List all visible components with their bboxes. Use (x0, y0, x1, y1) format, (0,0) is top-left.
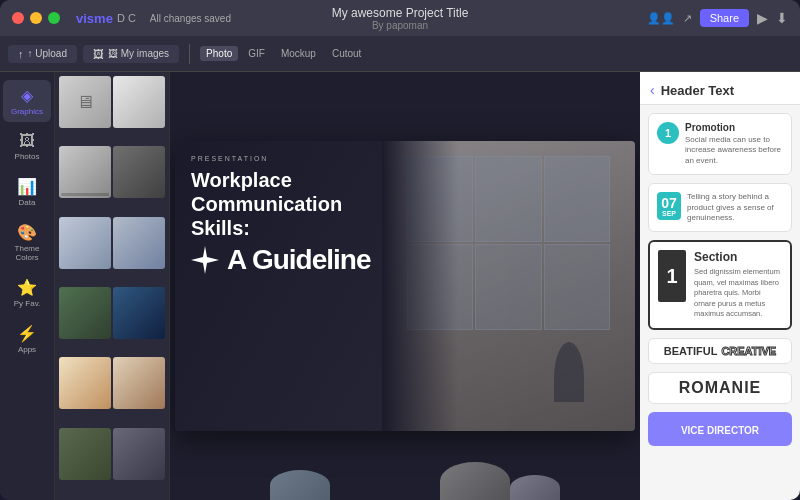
sidebar-label-apps: Apps (18, 345, 36, 354)
tab-mockup[interactable]: Mockup (275, 46, 322, 61)
share-button[interactable]: Share (700, 9, 749, 27)
slide-tagline: A Guideline (191, 244, 382, 276)
right-panel-title: Header Text (661, 83, 734, 98)
deco-3d-right (440, 462, 510, 500)
slide-eyebrow: PRESENTATION (191, 155, 382, 162)
visme-logo-text: visme (76, 11, 113, 26)
typo-line-1: BEATIFUL CREATIVE (659, 345, 781, 357)
slide-tagline-text: A Guideline (227, 244, 371, 276)
promotion-body: Social media can use to increase awarene… (685, 135, 783, 166)
tab-photo[interactable]: Photo (200, 46, 238, 61)
deco-3d-far-right (510, 475, 560, 500)
media-thumb-7[interactable] (59, 287, 111, 339)
maximize-button[interactable] (48, 12, 60, 24)
deco-3d-left (270, 470, 330, 500)
sidebar-label-theme: Theme Colors (7, 244, 47, 262)
svg-marker-0 (191, 246, 219, 274)
promotion-card[interactable]: 1 Promotion Social media can use to incr… (648, 113, 792, 175)
typo-word-creative: CREATIVE (721, 345, 776, 357)
media-thumb-4[interactable] (113, 146, 165, 198)
canvas-area[interactable]: PRESENTATION WorkplaceCommunicationSkill… (170, 72, 640, 500)
back-button[interactable]: ‹ (650, 82, 655, 98)
main-layout: ◈ Graphics 🖼 Photos 📊 Data 🎨 Theme Color… (0, 72, 800, 500)
promotion-card-row: 1 Promotion Social media can use to incr… (657, 122, 783, 166)
media-thumb-10[interactable] (113, 357, 165, 409)
promotion-number: 1 (657, 122, 679, 144)
share-icon: ↗ (683, 12, 692, 25)
section-body: Sed dignissim elementum quam, vel maxima… (694, 267, 782, 320)
app-window: visme D C All changes saved My awesome P… (0, 0, 800, 500)
media-grid: 🖥 (55, 72, 169, 500)
thumb-bar-3 (61, 193, 109, 196)
right-panel: ‹ Header Text 1 Promotion Social media c… (640, 72, 800, 500)
promotion-text: Promotion Social media can use to increa… (685, 122, 783, 166)
toolbar: ↑ ↑ Upload 🖼 🖼 My images Photo GIF Mocku… (0, 36, 800, 72)
more-card[interactable]: VICE DIRECTOR (648, 412, 792, 446)
media-thumb-1[interactable]: 🖥 (59, 76, 111, 128)
media-thumb-8[interactable] (113, 287, 165, 339)
titlebar: visme D C All changes saved My awesome P… (0, 0, 800, 36)
save-status: All changes saved (150, 13, 231, 24)
close-button[interactable] (12, 12, 24, 24)
right-panel-header: ‹ Header Text (640, 72, 800, 105)
slide-content: PRESENTATION WorkplaceCommunicationSkill… (191, 155, 382, 276)
media-thumb-6[interactable] (113, 217, 165, 269)
play-button[interactable]: ▶ (757, 10, 768, 26)
media-thumb-12[interactable] (113, 428, 165, 480)
slide-image-overlay (382, 141, 635, 431)
sidebar-label-graphics: Graphics (11, 107, 43, 116)
star-decoration (191, 246, 219, 274)
media-tabs: Photo GIF Mockup Cutout (200, 46, 367, 61)
typo-large-text: ROMANIE (659, 379, 781, 397)
favorites-icon: ⭐ (17, 278, 37, 297)
titlebar-right: 👤👤 ↗ Share ▶ ⬇ (647, 9, 788, 27)
sidebar-item-apps[interactable]: ⚡ Apps (3, 318, 51, 360)
theme-icon: 🎨 (17, 223, 37, 242)
photos-icon: 🖼 (19, 132, 35, 150)
sidebar-item-graphics[interactable]: ◈ Graphics (3, 80, 51, 122)
media-panel: 🖥 (55, 72, 170, 500)
media-thumb-5[interactable] (59, 217, 111, 269)
graphics-icon: ◈ (21, 86, 33, 105)
images-icon: 🖼 (93, 48, 104, 60)
date-body: Telling a story behind a product gives a… (687, 192, 783, 223)
burst-star-icon (191, 246, 219, 274)
slide: PRESENTATION WorkplaceCommunicationSkill… (175, 141, 635, 431)
section-card[interactable]: 1 Section Sed dignissim elementum quam, … (648, 240, 792, 330)
date-card[interactable]: 07 SEP Telling a story behind a product … (648, 183, 792, 232)
project-title: My awesome Project Title (332, 6, 469, 20)
typography-card-1[interactable]: BEATIFUL CREATIVE (648, 338, 792, 364)
sidebar-label-favorites: Py Fav. (14, 299, 41, 308)
upload-icon: ↑ (18, 48, 24, 60)
section-number: 1 (658, 250, 686, 302)
minimize-button[interactable] (30, 12, 42, 24)
toolbar-divider (189, 44, 190, 64)
traffic-lights (12, 12, 60, 24)
media-thumb-11[interactable] (59, 428, 111, 480)
date-number: 07 SEP (657, 192, 681, 220)
sidebar-item-data[interactable]: 📊 Data (3, 171, 51, 213)
date-card-row: 07 SEP Telling a story behind a product … (657, 192, 783, 223)
tab-gif[interactable]: GIF (242, 46, 271, 61)
section-title: Section (694, 250, 782, 264)
project-info: My awesome Project Title By papoman (332, 6, 469, 31)
date-text: Telling a story behind a product gives a… (687, 192, 783, 223)
sidebar-item-theme[interactable]: 🎨 Theme Colors (3, 217, 51, 268)
media-thumb-2[interactable] (113, 76, 165, 128)
sidebar-label-data: Data (19, 198, 36, 207)
upload-button[interactable]: ↑ ↑ Upload (8, 45, 77, 63)
my-images-button[interactable]: 🖼 🖼 My images (83, 45, 179, 63)
download-button[interactable]: ⬇ (776, 10, 788, 26)
left-sidebar: ◈ Graphics 🖼 Photos 📊 Data 🎨 Theme Color… (0, 72, 55, 500)
media-thumb-3[interactable] (59, 146, 111, 198)
media-thumb-9[interactable] (59, 357, 111, 409)
toolbar-icons: D C (117, 12, 136, 24)
project-subtitle: By papoman (332, 20, 469, 31)
typography-card-2[interactable]: ROMANIE (648, 372, 792, 404)
sidebar-item-favorites[interactable]: ⭐ Py Fav. (3, 272, 51, 314)
app-logo: visme D C (76, 11, 136, 26)
data-icon: 📊 (17, 177, 37, 196)
thumb-icon-1: 🖥 (76, 92, 94, 113)
tab-cutout[interactable]: Cutout (326, 46, 367, 61)
sidebar-item-photos[interactable]: 🖼 Photos (3, 126, 51, 167)
